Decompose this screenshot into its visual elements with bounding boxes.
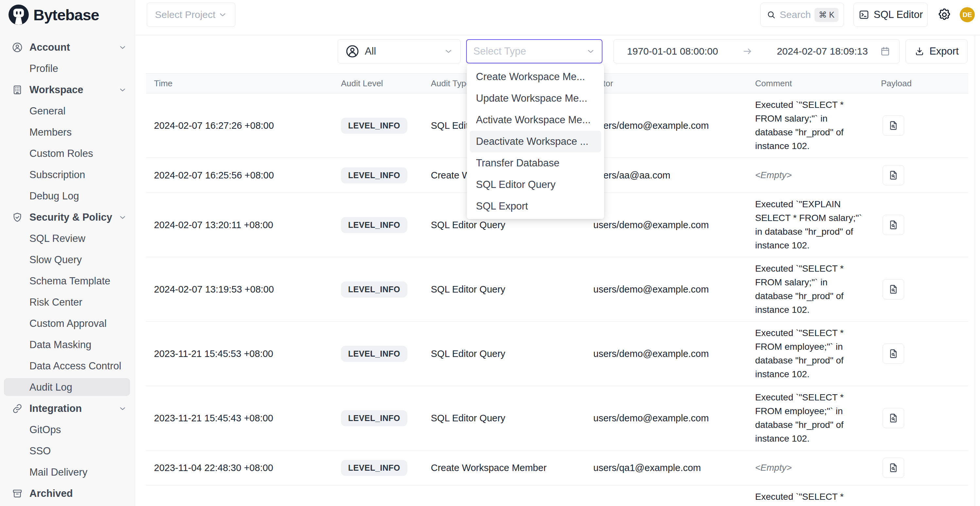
link-icon [12,403,23,414]
search-shortcut-badge: ⌘ K [815,8,838,22]
payload-view-button[interactable] [883,115,904,136]
menu-item-activate-workspace-member[interactable]: Activate Workspace Me... [470,109,601,131]
cell-comment: Executed `"SELECT * FROM salary;"` in da… [755,257,866,321]
sidebar-item-sql-review[interactable]: SQL Review [0,228,135,249]
payload-view-button[interactable] [883,279,904,299]
chevron-down-icon [118,86,127,94]
sidebar-item-risk-center[interactable]: Risk Center [0,291,135,313]
audit-level-badge: LEVEL_INFO [341,217,407,233]
col-header-comment: Comment [755,78,866,89]
file-search-icon [888,284,899,294]
sidebar-item-data-masking[interactable]: Data Masking [0,334,135,355]
sidebar-item-security-policy[interactable]: Security & Policy [0,207,135,228]
sidebar-item-mail-delivery[interactable]: Mail Delivery [0,461,135,483]
sidebar-item-workspace[interactable]: Workspace [0,79,135,100]
date-start-value[interactable]: 1970-01-01 08:00:00 [627,46,718,57]
type-filter-placeholder: Select Type [473,45,586,57]
file-search-icon [888,463,899,473]
sidebar-item-archived[interactable]: Archived [0,483,135,504]
search-placeholder: Search [780,9,811,20]
cell-audit-type: SQL Editor Query [431,413,593,423]
project-select-placeholder: Select Project [155,9,218,20]
gear-icon[interactable] [937,8,951,22]
payload-view-button[interactable] [883,344,904,364]
cell-time: 2024-02-07 16:25:56 +08:00 [154,170,341,181]
calendar-icon [880,46,891,57]
col-header-payload: Payload [881,78,968,89]
cell-audit-type: SQL Editor Query [431,348,593,359]
export-button[interactable]: Export [905,39,967,64]
menu-item-update-workspace-member[interactable]: Update Workspace Me... [470,88,601,109]
cell-time: 2024-02-07 13:19:53 +08:00 [154,284,341,295]
bytebase-logo-icon [8,5,29,25]
menu-item-sql-editor-query[interactable]: SQL Editor Query [470,174,601,196]
search-icon [767,10,776,20]
payload-view-button[interactable] [883,458,904,478]
cell-time: 2024-02-07 16:27:26 +08:00 [154,120,341,131]
sidebar-item-integration[interactable]: Integration [0,398,135,419]
type-filter-select[interactable]: Select Type [466,39,603,64]
cell-actor: users/demo@example.com [593,348,755,359]
payload-view-button[interactable] [883,165,904,185]
scrollbar-track[interactable] [975,35,975,506]
col-header-actor: Actor [593,78,755,89]
sql-editor-button[interactable]: SQL Editor [853,3,928,27]
menu-item-transfer-database[interactable]: Transfer Database [470,152,601,174]
cell-time: 2024-02-07 13:20:11 +08:00 [154,220,341,231]
sidebar-item-profile[interactable]: Profile [0,58,135,79]
cell-audit-type: Create Workspace Member [431,463,593,473]
table-row: 2024-02-07 13:19:53 +08:00 LEVEL_INFO SQ… [146,257,968,321]
cell-comment-empty: <Empty> [755,456,866,479]
payload-view-button[interactable] [883,215,904,235]
sidebar-item-account[interactable]: Account [0,37,135,58]
payload-view-button[interactable] [883,408,904,428]
audit-log-page: Bytebase Account Profile Workspace Gener… [0,0,980,506]
sidebar-item-subscription[interactable]: Subscription [0,164,135,185]
file-search-icon [888,413,899,423]
sidebar-item-sso[interactable]: SSO [0,440,135,461]
menu-item-deactivate-workspace-member[interactable]: Deactivate Workspace ... [470,131,601,152]
sidebar-item-schema-template[interactable]: Schema Template [0,271,135,291]
export-label: Export [929,45,959,57]
sidebar-item-gitops[interactable]: GitOps [0,419,135,440]
menu-item-sql-export[interactable]: SQL Export [470,196,601,217]
sidebar-item-data-access-control[interactable]: Data Access Control [0,355,135,377]
date-end-value[interactable]: 2024-02-07 18:09:13 [777,46,868,57]
cell-actor: users/demo@example.com [593,220,755,231]
table-row: 2023-11-04 22:48:30 +08:00 LEVEL_INFO Cr… [146,450,968,485]
cell-time: 2023-11-21 15:45:43 +08:00 [154,413,341,423]
cell-comment: Executed `"EXPLAIN SELECT * FROM salary;… [755,193,866,257]
sidebar: Bytebase Account Profile Workspace Gener… [0,0,135,506]
actor-filter-value: All [365,45,439,57]
shield-check-icon [12,212,23,223]
actor-filter-select[interactable]: All [338,39,461,64]
menu-item-create-workspace-member[interactable]: Create Workspace Me... [470,66,601,88]
person-circle-icon [12,42,23,53]
audit-level-badge: LEVEL_INFO [341,346,407,362]
audit-level-badge: LEVEL_INFO [341,282,407,298]
cell-comment: Executed `"SELECT * FROM employee;"` in … [755,386,866,450]
sidebar-item-slow-query[interactable]: Slow Query [0,249,135,271]
audit-level-badge: LEVEL_INFO [341,118,407,134]
chevron-down-icon [444,47,453,56]
search-input[interactable]: Search ⌘ K [760,3,844,27]
sidebar-item-audit-log[interactable]: Audit Log [0,377,135,398]
sidebar-item-debug-log[interactable]: Debug Log [0,185,135,207]
cell-time: 2023-11-04 22:48:30 +08:00 [154,463,341,473]
bytebase-logo[interactable]: Bytebase [8,5,99,25]
cell-actor: users/demo@example.com [593,120,755,131]
sidebar-item-general[interactable]: General [0,100,135,122]
avatar[interactable]: DE [960,7,975,22]
file-search-icon [888,120,899,131]
sidebar-item-custom-roles[interactable]: Custom Roles [0,143,135,164]
sidebar-item-members[interactable]: Members [0,122,135,143]
date-range-picker[interactable]: 1970-01-01 08:00:00 2024-02-07 18:09:13 [614,39,900,64]
project-select[interactable]: Select Project [147,3,235,27]
table-row: 2023-11-21 15:45:53 +08:00 LEVEL_INFO SQ… [146,321,968,386]
cell-actor: users/qa1@example.com [593,463,755,473]
cell-audit-type: SQL Editor Query [431,284,593,295]
cell-comment: Executed `"SELECT * FROM employee;"` in … [755,321,866,386]
chevron-down-icon [118,43,127,52]
sidebar-item-custom-approval[interactable]: Custom Approval [0,313,135,334]
arrow-right-icon [742,46,753,57]
